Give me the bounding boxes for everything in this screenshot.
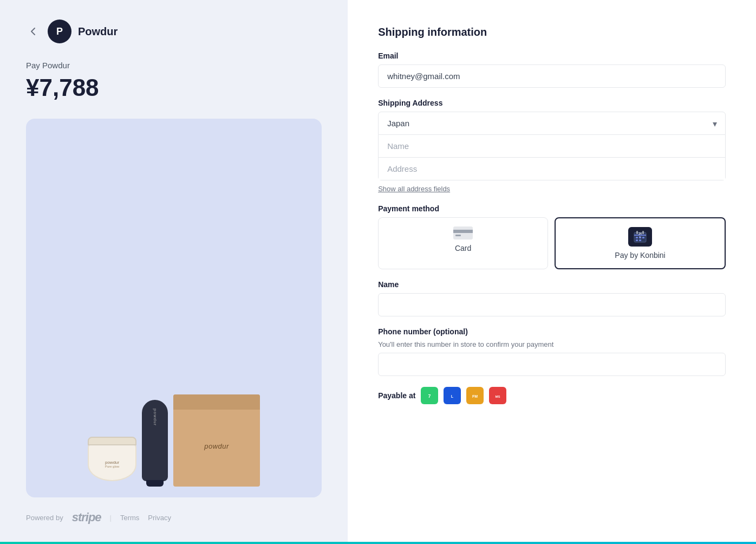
email-input[interactable] xyxy=(378,64,726,88)
card-label: Card xyxy=(455,244,471,252)
pay-label: Pay Powdur xyxy=(26,61,322,70)
brand-name: Powdur xyxy=(78,25,118,38)
phone-group: Phone number (optional) You'll enter thi… xyxy=(378,327,726,376)
name-input[interactable] xyxy=(378,293,726,316)
right-panel: Shipping information Email Shipping Addr… xyxy=(348,0,756,544)
lawson-badge: L xyxy=(444,387,461,404)
product-jar: powdur Pure glow xyxy=(88,443,136,481)
show-all-fields-link[interactable]: Show all address fields xyxy=(378,185,450,193)
left-panel: P Powdur Pay Powdur ¥7,788 powdur Pure g… xyxy=(0,0,348,544)
name-label: Name xyxy=(378,280,726,289)
payment-methods: Card xyxy=(378,217,726,269)
name-group: Name xyxy=(378,280,726,316)
privacy-link[interactable]: Privacy xyxy=(148,514,171,522)
section-title: Shipping information xyxy=(378,26,726,38)
svg-text:7: 7 xyxy=(428,393,431,399)
konbini-option[interactable]: 24 m Pay by Konbini xyxy=(555,217,726,269)
email-label: Email xyxy=(378,51,726,60)
svg-rect-2 xyxy=(455,235,461,236)
product-box: powdur xyxy=(173,394,260,487)
svg-text:FM: FM xyxy=(472,394,478,398)
shipping-address-label: Shipping Address xyxy=(378,99,726,107)
payment-method-label: Payment method xyxy=(378,204,726,213)
header-row: P Powdur xyxy=(26,20,322,43)
svg-rect-11 xyxy=(639,239,641,241)
phone-input[interactable] xyxy=(378,353,726,376)
svg-rect-5 xyxy=(636,231,638,234)
product-image: powdur Pure glow powdur powdur xyxy=(26,119,322,497)
familymart-badge: FM xyxy=(466,387,484,404)
svg-rect-10 xyxy=(636,239,638,241)
stripe-logo: stripe xyxy=(72,510,101,524)
shipping-address-group: Shipping Address Japan United States Uni… xyxy=(378,99,726,193)
back-button[interactable] xyxy=(26,24,41,39)
svg-text:L: L xyxy=(451,394,454,398)
country-select[interactable]: Japan United States United Kingdom Austr… xyxy=(378,112,726,135)
card-icon xyxy=(453,226,473,239)
powered-by-text: Powered by xyxy=(26,514,63,522)
address-fields xyxy=(378,135,726,180)
address-input[interactable] xyxy=(379,157,725,180)
country-select-wrapper: Japan United States United Kingdom Austr… xyxy=(378,112,726,135)
product-tube: powdur xyxy=(142,400,168,481)
seven-eleven-badge: 7 xyxy=(421,387,438,404)
card-option[interactable]: Card xyxy=(378,217,548,269)
svg-rect-7 xyxy=(636,237,638,238)
svg-text:MS: MS xyxy=(496,395,500,398)
svg-rect-6 xyxy=(642,231,644,234)
footer: Powered by stripe | Terms Privacy xyxy=(26,510,322,524)
phone-description: You'll enter this number in store to con… xyxy=(378,340,726,348)
brand-logo: P xyxy=(48,20,71,43)
svg-rect-1 xyxy=(453,230,473,233)
amount: ¥7,788 xyxy=(26,74,322,101)
payable-at-label: Payable at xyxy=(378,391,415,400)
svg-rect-9 xyxy=(642,237,644,238)
payable-at-row: Payable at 7 L FM MS xyxy=(378,387,726,404)
terms-link[interactable]: Terms xyxy=(120,514,139,522)
teal-bar xyxy=(0,542,756,544)
payment-method-group: Payment method Card xyxy=(378,204,726,269)
email-group: Email xyxy=(378,51,726,88)
phone-label: Phone number (optional) xyxy=(378,327,726,336)
konbini-label: Pay by Konbini xyxy=(615,251,665,260)
ministop-badge: MS xyxy=(489,387,506,404)
konbini-icon: 24 m xyxy=(628,227,652,247)
name-address-input[interactable] xyxy=(379,135,725,157)
